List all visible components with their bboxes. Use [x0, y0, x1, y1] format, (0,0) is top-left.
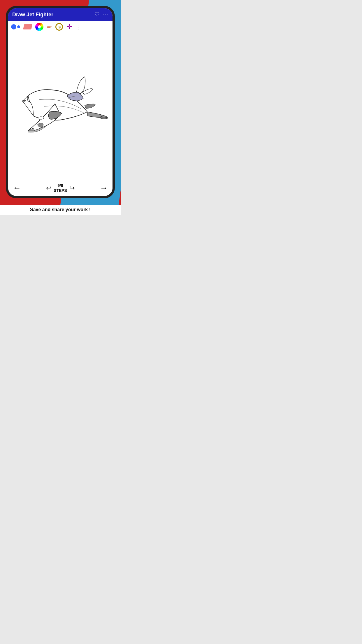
more-options-icon[interactable]: ⋯ [103, 11, 108, 18]
brush-tool[interactable] [11, 24, 20, 29]
pencil-tool[interactable]: ✏ [47, 23, 52, 30]
redo-button[interactable]: ↪ [69, 184, 75, 192]
promo-bar: Save and share your work ! [0, 205, 121, 215]
phone-screen: Draw Jet Fighter ♡ ⋯ ✏ ◎ ✛ ⋮ [8, 8, 113, 196]
move-tool[interactable]: ✛ [66, 23, 72, 31]
target-tool[interactable]: ◎ [55, 23, 63, 31]
prev-step-button[interactable]: ← [13, 183, 21, 193]
step-counter: 9/9 STEPS [54, 183, 67, 193]
bottom-navigation: ← ↩ 9/9 STEPS ↪ → [8, 180, 113, 196]
app-bar: Draw Jet Fighter ♡ ⋯ [8, 8, 113, 21]
promo-text: Save and share your work ! [30, 207, 91, 212]
brush-dot-large [11, 24, 16, 29]
eraser-tool[interactable] [23, 24, 32, 29]
step-number: 9/9 [54, 183, 67, 188]
next-step-button[interactable]: → [100, 183, 108, 193]
app-title: Draw Jet Fighter [12, 12, 53, 18]
brush-dot-small [17, 25, 20, 28]
jet-fighter-drawing [11, 52, 110, 160]
drawing-canvas[interactable] [8, 33, 113, 180]
heart-icon[interactable]: ♡ [94, 11, 100, 18]
drawing-toolbar: ✏ ◎ ✛ ⋮ [8, 21, 113, 33]
app-bar-actions: ♡ ⋯ [94, 11, 108, 18]
phone-frame: Draw Jet Fighter ♡ ⋯ ✏ ◎ ✛ ⋮ [6, 6, 115, 198]
steps-label: STEPS [54, 188, 67, 193]
undo-button[interactable]: ↩ [46, 184, 51, 192]
toolbar-more-icon[interactable]: ⋮ [75, 23, 81, 30]
step-controls: ↩ 9/9 STEPS ↪ [46, 183, 75, 193]
color-wheel-tool[interactable] [35, 23, 43, 31]
